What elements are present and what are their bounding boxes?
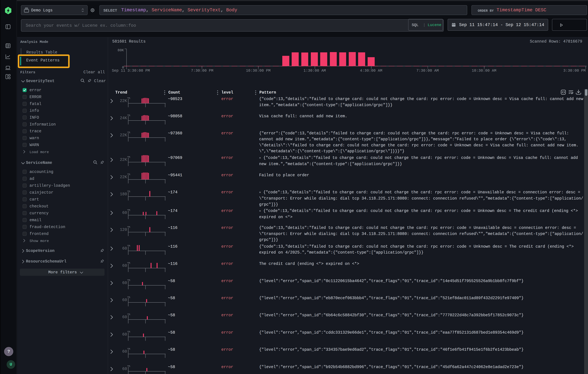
svg-text:60: 60: [122, 211, 127, 215]
svg-text:22K: 22K: [120, 133, 127, 138]
svg-text:22K: 22K: [120, 158, 127, 162]
svg-text:24K: 24K: [120, 116, 127, 121]
svg-text:22K: 22K: [120, 175, 127, 179]
svg-text:60: 60: [122, 349, 127, 354]
svg-text:60: 60: [122, 263, 127, 268]
svg-text:60: 60: [122, 332, 127, 337]
svg-text:22K: 22K: [120, 99, 127, 103]
svg-text:60: 60: [122, 298, 127, 302]
svg-text:60: 60: [122, 246, 127, 251]
svg-text:60: 60: [122, 367, 127, 371]
svg-text:120: 120: [120, 228, 127, 232]
svg-text:180: 180: [120, 192, 127, 196]
svg-text:60: 60: [122, 281, 127, 285]
svg-text:60: 60: [122, 315, 127, 319]
